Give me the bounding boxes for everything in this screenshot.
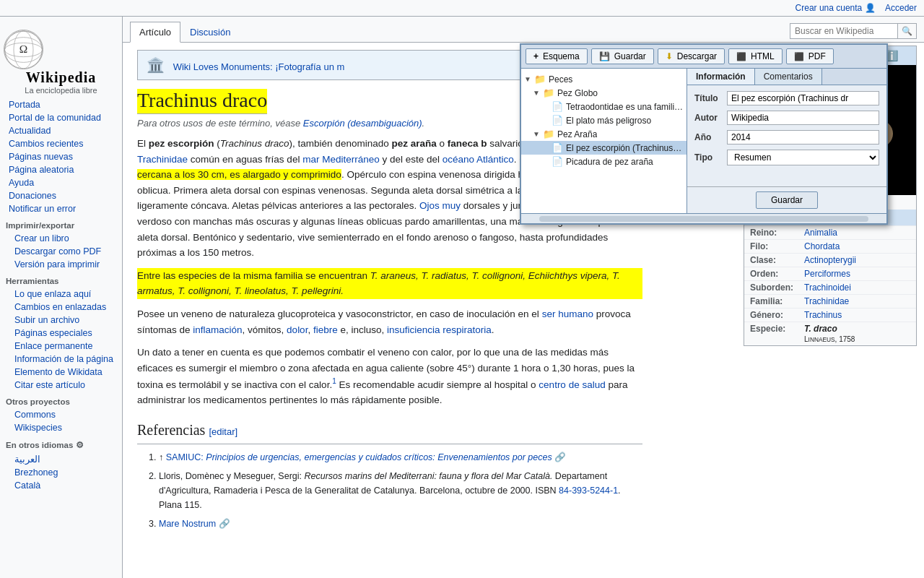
references-edit-link[interactable]: [editar] [209,426,237,437]
sidebar-item-enlaces[interactable]: Lo que enlaza aquí [0,288,122,301]
sidebar-item-portada[interactable]: Portada [0,98,122,111]
hscroll-bar[interactable] [539,216,868,222]
link-inflamacion[interactable]: inflamación [193,324,242,335]
search-box: 🔍 [790,20,917,42]
folder-icon-pez-globo: 📁 [543,87,554,98]
popup-save-button[interactable]: Guardar [756,191,818,209]
popup-toolbar: +Esquema 💾Guardar ⬇Descargar ⬛HTML ⬛PDF [521,45,886,69]
tree-item-plato[interactable]: 📄 El plato más peligroso [521,113,687,127]
popup-details: Información Comentarios Título Autor Año [687,69,886,213]
species-name: T. draco [804,324,837,334]
sidebar-item-nuevas[interactable]: Páginas nuevas [0,150,122,163]
bold-pez-escorpion: pez escorpión [149,138,214,149]
sidebar-item-ayuda[interactable]: Ayuda [0,176,122,189]
taxobox-row-familia: Familia: Trachinidae [744,294,916,308]
lang-settings-icon[interactable]: ⚙ [76,440,84,450]
link-animalia[interactable]: Animalia [804,228,837,238]
sidebar-item-aleatoria[interactable]: Página aleatoria [0,163,122,176]
tree-item-tetraodontidae[interactable]: 📄 Tetraodontidae es una familia d [521,100,687,113]
link-actinopterygii[interactable]: Actinopterygii [804,255,856,265]
sidebar-item-commons[interactable]: Commons [0,408,122,421]
tab-comments[interactable]: Comentarios [755,69,822,85]
sidebar-item-breton[interactable]: Brezhoneg [0,466,122,479]
sidebar-item-create-book[interactable]: Crear un libro [0,232,122,245]
form-input-title[interactable] [727,91,879,105]
form-input-author[interactable] [727,111,879,125]
footnote-1: 1 [332,377,336,385]
sidebar-item-especiales[interactable]: Páginas especiales [0,327,122,340]
link-dolor[interactable]: dolor [287,324,308,335]
download-button[interactable]: ⬇Descargar [658,48,725,64]
link-trachinoidei[interactable]: Trachinoidei [804,282,851,293]
tree-label-peces: Peces [549,74,572,85]
link-perciformes[interactable]: Perciformes [804,269,850,279]
sidebar-item-cambios-enlazadas[interactable]: Cambios en enlazadas [0,301,122,314]
sidebar-item-wikispecies[interactable]: Wikispecies [0,421,122,434]
tab-information[interactable]: Información [687,69,755,85]
form-select-type[interactable]: Resumen Artículo Nota [727,150,879,165]
sidebar-item-info-pagina[interactable]: Información de la página [0,353,122,366]
tree-label-picadura: Picadura de pez araña [566,157,653,167]
sidebar-item-citar[interactable]: Citar este artículo [0,379,122,392]
link-muy[interactable]: muy [443,200,461,211]
html-red-icon: ⬛ [736,52,746,61]
link-ojos[interactable]: Ojos [419,200,440,211]
ref-link-3[interactable]: Mare Nostrum [159,519,216,529]
html-button[interactable]: ⬛HTML [728,48,783,64]
link-centro-salud[interactable]: centro de salud [539,379,605,390]
sidebar-item-actualidad[interactable]: Actualidad [0,124,122,137]
ref-link-1[interactable]: SAMIUC: Principios de urgencias, emergen… [166,452,552,462]
schema-button[interactable]: +Esquema [526,48,588,64]
tree-item-pez-globo[interactable]: ▼ 📁 Pez Globo [521,86,687,100]
search-button[interactable]: 🔍 [898,23,917,39]
svg-text:Ω: Ω [19,43,27,55]
sidebar-item-cambios-recientes[interactable]: Cambios recientes [0,137,122,150]
link-insuficiencia[interactable]: insuficiencia respiratoria [387,324,492,335]
create-account-link[interactable]: Crear una cuenta [796,3,863,13]
disambig-link[interactable]: Escorpión (desambiguación) [303,118,422,129]
link-fiebre[interactable]: fiebre [313,324,338,335]
page-icon-tetraodontidae: 📄 [552,101,563,112]
article-tabs: Artículo Discusión 🔍 [123,17,924,43]
link-oceano[interactable]: océano Atlántico [443,154,514,165]
references-list: ↑ SAMIUC: Principios de urgencias, emerg… [137,450,642,531]
form-input-year[interactable] [727,130,879,144]
tab-articulo[interactable]: Artículo [130,22,180,43]
ref-isbn-link[interactable]: 84-393-5244-1 [559,486,618,496]
login-link[interactable]: Acceder [885,3,917,13]
tree-item-picadura[interactable]: 📄 Picadura de pez araña [521,155,687,168]
link-mar-med[interactable]: mar Mediterráneo [302,154,380,165]
wiki-logo[interactable]: Ω Wikipedia La enciclopedia libre [0,22,122,98]
search-input[interactable] [790,23,898,39]
footnote-1-link[interactable]: 1 [332,377,336,385]
save-toolbar-button[interactable]: 💾Guardar [591,48,654,64]
sidebar-item-subir[interactable]: Subir un archivo [0,314,122,327]
reference-item-1: ↑ SAMIUC: Principios de urgencias, emerg… [159,450,642,465]
tree-item-pez-arana[interactable]: ▼ 📁 Pez Araña [521,127,687,141]
link-trachinus[interactable]: Trachinus [804,310,842,320]
pdf-button[interactable]: ⬛PDF [786,48,834,64]
sidebar-item-arabic[interactable]: العربية [0,452,122,466]
tools-section-title: Herramientas [0,271,122,288]
sidebar-item-donaciones[interactable]: Donaciones [0,189,122,202]
sidebar-item-portal[interactable]: Portal de la comunidad [0,111,122,124]
tree-item-escorpion[interactable]: 📄 El pez escorpión (Trachinus dra [521,141,687,155]
link-trachinidae[interactable]: Trachinidae [137,154,188,165]
page-icon-picadura: 📄 [552,156,563,167]
tree-item-peces[interactable]: ▼ 📁 Peces [521,72,687,86]
sidebar-item-print-version[interactable]: Versión para imprimir [0,258,122,271]
link-trachinidae[interactable]: Trachinidae [804,296,849,306]
sidebar-item-download-pdf[interactable]: Descargar como PDF [0,245,122,258]
sidebar-item-wikidata[interactable]: Elemento de Wikidata [0,366,122,379]
popup-tree-scrollbar[interactable] [521,213,886,223]
user-icon: 👤 [865,3,876,13]
bold-pez-arana: pez araña [391,138,436,149]
sidebar-item-notificar[interactable]: Notificar un error [0,202,122,215]
reference-item-2: Lloris, Domènec y Meseguer, Sergi: Recur… [159,469,642,512]
sidebar-item-enlace-permanente[interactable]: Enlace permanente [0,340,122,353]
sidebar-item-catalan[interactable]: Català [0,479,122,492]
link-ser-humano[interactable]: ser humano [542,309,593,319]
tab-discusion[interactable]: Discusión [180,22,240,42]
link-chordata[interactable]: Chordata [804,241,840,251]
taxobox-row-orden: Orden: Perciformes [744,267,916,280]
